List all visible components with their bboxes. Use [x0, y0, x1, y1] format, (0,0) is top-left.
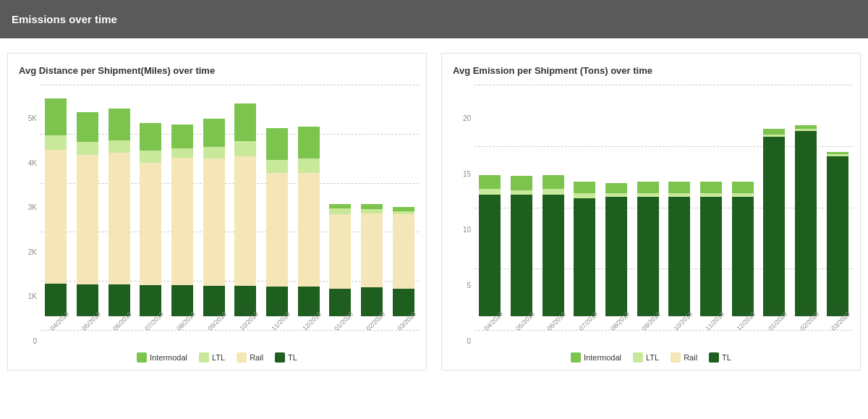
bar-segment-intermodal [203, 119, 225, 146]
bar-segment-intermodal [109, 109, 130, 140]
bar-group [823, 85, 851, 316]
y-axis-label: 0 [15, 338, 41, 345]
bar-group [792, 85, 820, 316]
bar-stack [329, 204, 351, 316]
y-axis-label: 0 [449, 338, 475, 345]
bar-segment-tl [605, 197, 627, 316]
bar-stack [171, 124, 193, 316]
bar-group [231, 85, 260, 316]
bar-stack [45, 98, 67, 316]
bar-segment-tl [827, 156, 848, 316]
legend-label: Intermodal [584, 353, 621, 362]
bar-segment-intermodal [574, 182, 595, 193]
legend-color [275, 352, 285, 363]
bar-stack [763, 129, 785, 316]
bar-stack [298, 127, 320, 316]
bar-stack [140, 123, 161, 316]
legend-label: LTL [646, 353, 659, 362]
legend-color [709, 352, 719, 363]
chart2-legend: IntermodalLTLRailTL [449, 352, 853, 363]
bar-segment-rail [266, 173, 288, 287]
chart-distance: Avg Distance per Shipment(Miles) over ti… [7, 53, 427, 371]
bar-segment-ltl [329, 208, 351, 214]
bar-segment-rail [45, 150, 67, 284]
bar-stack [361, 204, 383, 316]
bar-stack [542, 175, 564, 316]
bar-stack [827, 152, 848, 316]
chart2-title: Avg Emission per Shipment (Tons) over ti… [449, 65, 853, 76]
bar-segment-intermodal [45, 98, 67, 135]
bar-stack [668, 182, 690, 316]
legend-label: Rail [250, 353, 263, 362]
bar-segment-rail [140, 163, 161, 286]
legend-item: Rail [671, 352, 697, 363]
bar-stack [795, 125, 817, 316]
legend-item: LTL [633, 352, 659, 363]
bar-segment-tl [542, 195, 564, 316]
bar-stack [109, 109, 130, 316]
chart1-legend: IntermodalLTLRailTL [15, 352, 419, 363]
legend-color [237, 352, 247, 363]
bar-segment-intermodal [732, 182, 754, 193]
bar-segment-ltl [266, 160, 288, 173]
legend-item: Intermodal [571, 352, 621, 363]
bar-segment-tl [479, 195, 501, 316]
bar-segment-intermodal [171, 124, 193, 148]
bar-group [200, 85, 228, 316]
bar-segment-intermodal [479, 175, 501, 189]
chart1-y-axis: 01K2K3K4K5K [15, 115, 41, 347]
legend-item: LTL [199, 352, 225, 363]
legend-color [137, 352, 147, 363]
bar-group [169, 85, 197, 316]
bar-group [263, 85, 292, 316]
chart1-bars-section: 04/201905/201906/201907/201908/201909/20… [41, 85, 419, 347]
legend-item: TL [275, 352, 297, 363]
bar-segment-intermodal [542, 175, 564, 189]
bar-group [358, 85, 386, 316]
bar-group [697, 85, 726, 316]
bar-stack [77, 112, 98, 316]
bar-group [665, 85, 694, 316]
legend-color [671, 352, 681, 363]
chart1-area: 01K2K3K4K5K 04/201905/201906/201907/2019… [15, 85, 419, 347]
bar-group [760, 85, 788, 316]
bar-segment-rail [203, 158, 225, 286]
y-axis-label: 10 [449, 227, 475, 234]
bar-segment-intermodal [668, 182, 690, 193]
bar-segment-tl [763, 137, 785, 316]
legend-item: Rail [237, 352, 263, 363]
legend-color [633, 352, 643, 363]
bar-segment-ltl [140, 151, 161, 163]
bar-stack [574, 182, 595, 316]
bar-segment-intermodal [763, 129, 785, 135]
y-axis-label: 5 [449, 282, 475, 289]
bar-stack [234, 103, 256, 316]
bar-segment-rail [234, 156, 256, 286]
bar-segment-tl [637, 197, 659, 316]
bar-stack [479, 175, 501, 316]
bar-segment-tl [795, 131, 817, 316]
bar-segment-intermodal [266, 128, 288, 161]
legend-item: Intermodal [137, 352, 187, 363]
bar-segment-rail [109, 153, 130, 284]
bar-segment-tl [574, 198, 595, 316]
bar-group [634, 85, 662, 316]
legend-item: TL [709, 352, 731, 363]
legend-label: Intermodal [150, 353, 187, 362]
legend-color [199, 352, 209, 363]
legend-color [571, 352, 581, 363]
bar-group [294, 85, 323, 316]
legend-label: TL [722, 353, 731, 362]
y-axis-label: 2K [15, 249, 41, 256]
bar-segment-ltl [171, 148, 193, 158]
chart1-x-labels: 04/201905/201906/201907/201908/201909/20… [41, 318, 419, 347]
bar-segment-tl [700, 197, 722, 316]
bar-group [137, 85, 165, 316]
bar-segment-intermodal [605, 183, 627, 193]
bar-segment-tl [668, 197, 690, 316]
bar-group [476, 85, 504, 316]
y-axis-label: 1K [15, 293, 41, 300]
bar-segment-ltl [77, 142, 98, 155]
header-title: Emissions over time [12, 13, 117, 25]
bar-segment-rail [329, 214, 351, 288]
